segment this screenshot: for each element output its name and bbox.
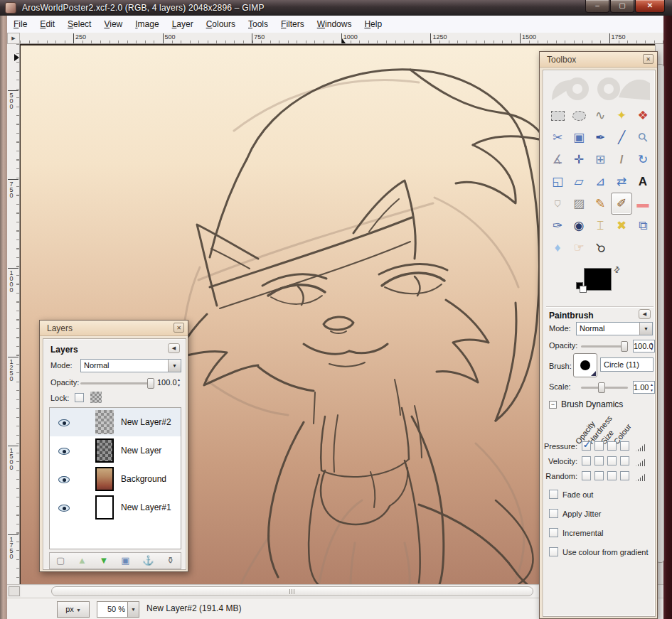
layer-row-background[interactable]: Background — [50, 465, 181, 493]
panel-menu-button[interactable]: ◀ — [639, 309, 651, 319]
slider-thumb[interactable] — [621, 341, 628, 352]
tool-ellipse-select[interactable] — [568, 104, 590, 127]
visibility-eye-icon[interactable] — [58, 505, 70, 512]
menu-select[interactable]: Select — [61, 16, 97, 33]
tool-crop[interactable]: / — [611, 149, 632, 171]
layers-opacity-slider[interactable] — [80, 382, 154, 384]
layer-name[interactable]: New Layer#1 — [121, 502, 171, 512]
menu-file[interactable]: File — [7, 16, 33, 33]
tool-align[interactable]: ⊞ — [590, 149, 611, 171]
layer-thumbnail[interactable] — [95, 410, 114, 434]
minimize-button[interactable]: – — [585, 0, 609, 13]
menu-tools[interactable]: Tools — [242, 16, 274, 33]
tool-paintbrush[interactable]: ✐ — [611, 193, 632, 215]
tool-perspective-clone[interactable]: ⧉ — [632, 215, 654, 237]
tool-colour-picker[interactable]: ╱ — [611, 127, 632, 149]
spinner-arrows-icon[interactable]: ▲▼ — [650, 340, 654, 352]
horizontal-scrollbar-thumb[interactable] — [51, 586, 533, 596]
menu-windows[interactable]: Windows — [311, 16, 358, 33]
tool-pencil[interactable]: ✎ — [590, 193, 611, 215]
layer-name[interactable]: New Layer — [121, 446, 161, 456]
dynamics-checkbox[interactable] — [594, 456, 604, 465]
lock-alpha-checkbox[interactable] — [75, 393, 84, 402]
layer-row-new-layer-2[interactable]: New Layer#2 — [50, 408, 181, 436]
menu-view[interactable]: View — [97, 16, 129, 33]
default-colors-icon[interactable] — [576, 282, 586, 292]
dynamics-checkbox[interactable] — [582, 441, 591, 451]
tool-free-select[interactable]: ∿ — [590, 104, 611, 127]
horizontal-scrollbar-track[interactable] — [21, 586, 545, 597]
delete-layer-button[interactable]: ⚱ — [166, 554, 174, 568]
layers-opacity-value[interactable]: 100.0▲▼ — [157, 377, 181, 389]
new-layer-button[interactable]: ▢ — [56, 554, 65, 568]
foreground-color-swatch[interactable] — [584, 268, 612, 291]
pressure-curve-icon[interactable] — [636, 473, 646, 481]
toolbox-dialog[interactable]: Toolbox ✕ ∿✦❖✂▣✒╱⚲∡✛⊞/↻◱▱⊿⇄A⌂▨✎✐▬✑◉⌶✖⧉♦☞… — [539, 51, 658, 619]
raise-layer-button[interactable]: ▲ — [78, 554, 87, 568]
dynamics-checkbox[interactable] — [620, 441, 629, 451]
dynamics-checkbox[interactable] — [582, 456, 591, 465]
pressure-curve-icon[interactable] — [636, 458, 646, 466]
option-checkbox[interactable] — [549, 509, 558, 518]
dynamics-checkbox[interactable] — [607, 471, 617, 480]
tool-blur-sharpen[interactable]: ♦ — [547, 237, 568, 259]
brush-preview[interactable] — [573, 353, 597, 377]
option-checkbox[interactable] — [549, 547, 558, 556]
tool-smudge[interactable]: ☞ — [568, 237, 590, 259]
paint-mode-dropdown[interactable]: Normal▼ — [576, 322, 653, 335]
opacity-slider[interactable] — [581, 345, 628, 348]
unit-dropdown[interactable]: px ▼ — [57, 601, 90, 618]
tool-airbrush[interactable]: ✑ — [547, 215, 568, 237]
tool-move[interactable]: ✛ — [568, 149, 590, 171]
visibility-eye-icon[interactable] — [58, 419, 70, 426]
quick-mask-toggle[interactable] — [9, 586, 20, 596]
tool-heal[interactable]: ✖ — [611, 215, 632, 237]
tool-paths[interactable]: ✒ — [590, 127, 611, 149]
tool-foreground-select[interactable]: ▣ — [568, 127, 590, 149]
layers-dialog[interactable]: Layers ✕ Layers ◀ Mode: Normal▼ Opacity:… — [39, 320, 188, 572]
layer-row-new-layer-1[interactable]: New Layer#1 — [50, 493, 181, 522]
scale-spinner[interactable]: 1.00▲▼ — [633, 381, 655, 394]
lower-layer-button[interactable]: ▼ — [100, 554, 109, 568]
layer-name[interactable]: New Layer#2 — [121, 417, 171, 427]
scale-slider[interactable] — [581, 387, 628, 389]
layer-thumbnail[interactable] — [95, 495, 114, 520]
tool-dodge-burn[interactable]: ⚲ — [590, 237, 611, 259]
layers-dialog-titlebar[interactable]: Layers — [40, 321, 188, 336]
option-checkbox[interactable] — [549, 490, 558, 499]
zoom-level-field[interactable]: 50 % — [97, 601, 128, 618]
layer-name[interactable]: Background — [121, 474, 166, 484]
dynamics-checkbox[interactable] — [607, 456, 617, 465]
close-button[interactable]: ✕ — [635, 0, 665, 13]
option-checkbox[interactable] — [549, 528, 558, 537]
spinner-arrows-icon[interactable]: ▲▼ — [650, 382, 654, 393]
dynamics-checkbox[interactable] — [594, 471, 604, 480]
expander-minus-icon[interactable]: − — [549, 401, 557, 409]
tool-shear[interactable]: ▱ — [568, 171, 590, 193]
panel-menu-button[interactable]: ◀ — [168, 343, 180, 353]
swap-colors-icon[interactable]: ⇄ — [612, 264, 623, 276]
tool-zoom[interactable]: ⚲ — [632, 127, 654, 149]
layers-mode-dropdown[interactable]: Normal▼ — [80, 359, 181, 372]
ruler-corner-button[interactable]: ▶ — [7, 33, 20, 44]
visibility-eye-icon[interactable] — [58, 448, 70, 455]
anchor-layer-button[interactable]: ⚓ — [142, 554, 154, 568]
dynamics-checkbox[interactable] — [620, 471, 629, 480]
tool-fuzzy-select[interactable]: ✦ — [611, 104, 632, 127]
tool-scissors-select[interactable]: ✂ — [547, 127, 568, 149]
tool-rotate[interactable]: ↻ — [632, 149, 654, 171]
tool-text[interactable]: A — [632, 171, 654, 193]
tool-rectangle-select[interactable] — [547, 104, 568, 127]
opacity-spinner[interactable]: 100.0▲▼ — [633, 340, 655, 352]
layer-thumbnail[interactable] — [95, 467, 114, 491]
menu-colours[interactable]: Colours — [200, 16, 242, 33]
toolbox-titlebar[interactable]: Toolbox — [540, 52, 657, 68]
duplicate-layer-button[interactable]: ▣ — [121, 554, 129, 568]
tool-scale[interactable]: ◱ — [547, 171, 568, 193]
dynamics-checkbox[interactable] — [620, 456, 629, 465]
dynamics-checkbox[interactable] — [607, 441, 617, 451]
maximize-button[interactable]: ▢ — [610, 0, 634, 13]
menu-edit[interactable]: Edit — [33, 16, 61, 33]
tool-ink[interactable]: ◉ — [568, 215, 590, 237]
tool-clone[interactable]: ⌶ — [590, 215, 611, 237]
